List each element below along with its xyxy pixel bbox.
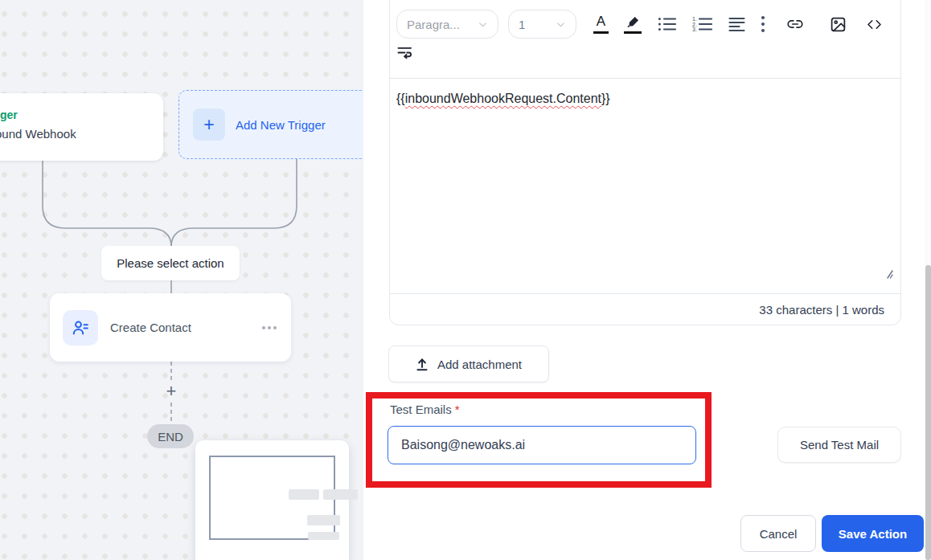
- text-wrap-button[interactable]: [397, 46, 412, 59]
- upload-icon: [416, 358, 429, 371]
- chevron-down-icon: [556, 19, 566, 30]
- preview-thumbnail-frame: [209, 456, 335, 540]
- add-attachment-label: Add attachment: [437, 358, 522, 371]
- text-color-button[interactable]: A: [593, 14, 609, 34]
- placeholder-bar: [289, 489, 319, 500]
- add-new-trigger-button[interactable]: + Add New Trigger: [178, 90, 363, 159]
- select-action-prompt: Please select action: [101, 246, 240, 280]
- scrollbar-track: [925, 0, 931, 560]
- bulleted-list-button[interactable]: [657, 15, 677, 33]
- insert-link-button[interactable]: [785, 16, 805, 32]
- link-icon: [785, 16, 805, 32]
- paragraph-style-value: Paragra...: [407, 18, 460, 31]
- contact-icon: [63, 310, 98, 345]
- insert-image-button[interactable]: [830, 16, 847, 33]
- plus-icon: +: [193, 108, 225, 141]
- add-attachment-button[interactable]: Add attachment: [388, 345, 549, 382]
- placeholder-bar: [308, 532, 339, 540]
- trigger-subtitle-fragment: ound Webhook: [0, 127, 76, 141]
- cancel-button[interactable]: Cancel: [740, 515, 816, 552]
- highlighter-icon: [625, 15, 640, 30]
- scrollbar-thumb[interactable]: [925, 265, 931, 560]
- test-emails-input[interactable]: [388, 426, 696, 464]
- align-icon: [728, 16, 745, 32]
- placeholder-bar: [323, 489, 358, 500]
- chevron-down-icon: [478, 19, 488, 30]
- bulleted-list-icon: [657, 15, 677, 33]
- workflow-canvas: ger ound Webhook + Add New Trigger Pleas…: [0, 0, 363, 560]
- font-size-select[interactable]: 1: [508, 10, 576, 39]
- svg-text:3.: 3.: [692, 27, 697, 32]
- highlight-color-button[interactable]: [624, 15, 642, 34]
- numbered-list-icon: 1. 2. 3.: [692, 15, 713, 33]
- image-icon: [830, 16, 847, 33]
- required-asterisk: *: [455, 403, 460, 416]
- rich-text-editor: Paragra... 1 A: [389, 0, 901, 325]
- email-body-editable[interactable]: {{inboundWebhookRequest.Content}}: [390, 79, 900, 293]
- save-action-button[interactable]: Save Action: [822, 515, 924, 552]
- paragraph-style-select[interactable]: Paragra...: [396, 10, 498, 39]
- add-action-plus-button[interactable]: +: [159, 381, 183, 402]
- send-test-mail-button[interactable]: Send Test Mail: [777, 427, 901, 463]
- create-contact-label: Create Contact: [110, 321, 248, 334]
- action-editor-panel: Paragra... 1 A: [363, 0, 931, 560]
- preview-thumbnail-card: [195, 440, 349, 560]
- template-token-prefix: {{: [396, 92, 405, 105]
- template-token-suffix: }}: [601, 92, 610, 105]
- kebab-vertical-icon: [761, 15, 765, 33]
- add-new-trigger-label: Add New Trigger: [236, 118, 326, 132]
- test-emails-label: Test Emails*: [390, 403, 460, 416]
- workflow-node-create-contact[interactable]: Create Contact: [50, 293, 291, 362]
- workflow-node-trigger[interactable]: ger ound Webhook: [0, 93, 163, 161]
- workflow-end-badge: END: [147, 424, 194, 448]
- template-token: inboundWebhookRequest.Content: [405, 92, 601, 105]
- resize-handle[interactable]: [884, 269, 893, 279]
- code-view-button[interactable]: [865, 17, 884, 32]
- trigger-title-fragment: ger: [0, 108, 18, 121]
- editor-toolbar: Paragra... 1 A: [390, 0, 900, 79]
- text-color-icon: A: [597, 14, 605, 30]
- code-icon: [865, 17, 884, 32]
- text-align-button[interactable]: [728, 16, 745, 32]
- text-wrap-icon: [397, 46, 412, 59]
- placeholder-bar: [307, 515, 340, 525]
- numbered-list-button[interactable]: 1. 2. 3.: [692, 15, 713, 33]
- character-word-count: 33 characters | 1 words: [759, 303, 884, 317]
- node-options-kebab-icon[interactable]: [260, 321, 278, 334]
- font-size-value: 1: [519, 18, 525, 31]
- more-options-button[interactable]: [761, 15, 765, 33]
